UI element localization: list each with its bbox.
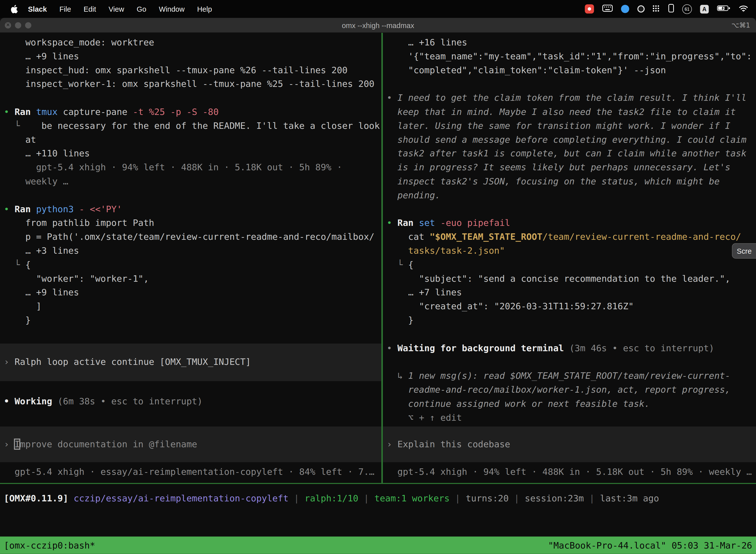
input-source-icon[interactable]: A: [700, 4, 709, 13]
terminal-line: [0, 327, 381, 341]
terminal-line: gpt-5.4 xhigh · essay/ai-reimplementatio…: [0, 465, 381, 479]
terminal-line: "created_at": "2026-03-31T11:59:27.816Z": [383, 299, 756, 314]
terminal-line: at: [0, 133, 381, 147]
terminal-line: [0, 381, 381, 395]
screen-recording-icon[interactable]: [585, 4, 594, 13]
terminal-line: inspect_worker-1: omx sparkshell --tmux-…: [0, 77, 381, 91]
terminal-line: readme-and-reco/mailbox/worker-1.json, a…: [383, 383, 756, 397]
prompt-input[interactable]: › Improve documentation in @filename: [0, 427, 381, 462]
terminal-line: … +7 lines: [383, 286, 756, 299]
terminal-line: gpt-5.4 xhigh · 94% left · 488K in · 5.1…: [383, 465, 756, 479]
apple-menu-icon[interactable]: [11, 4, 18, 13]
left-terminal-pane[interactable]: workspace_mode: worktree … +9 lines insp…: [0, 33, 381, 483]
terminal-line: • I need to get the claim token from the…: [383, 91, 756, 105]
terminal-line: }: [0, 314, 381, 327]
tmux-session-label: [omx-cczip0:bash*: [4, 540, 95, 550]
window-title: omx --xhigh --madmax: [0, 21, 756, 29]
tmux-status-bar: [omx-cczip0:bash* "MacBook-Pro-44.local"…: [0, 537, 756, 554]
traffic-lights: ✕: [5, 18, 31, 32]
menu-window[interactable]: Window: [152, 5, 191, 13]
screen-toast[interactable]: Scre: [732, 243, 756, 259]
terminal-line: [0, 91, 381, 105]
menu-bar-left: Slack File Edit View Go Window Help: [0, 4, 218, 13]
terminal-line: [0, 189, 381, 203]
terminal-line: ↳ 1 new msg(s): read $OMX_TEAM_STATE_ROO…: [383, 369, 756, 383]
battery-icon[interactable]: [717, 5, 731, 13]
menu-file[interactable]: File: [53, 5, 77, 13]
dots-grid-icon[interactable]: [653, 5, 660, 12]
terminal-line: … +9 lines: [0, 286, 381, 299]
tmux-host-clock: "MacBook-Pro-44.local" 05:03 31-Mar-26: [548, 540, 752, 550]
terminal-line: … +9 lines: [0, 50, 381, 63]
terminal-line: [383, 77, 756, 91]
terminal-line: ⌥ + ↑ edit: [383, 411, 756, 425]
terminal-line: [383, 327, 756, 341]
terminal-line: … +110 lines: [0, 147, 381, 161]
terminal-line: "completed","claim_token":"claim-token"}…: [383, 63, 756, 77]
terminal-line: keep that in mind. Maybe I also need the…: [383, 105, 756, 119]
prompt-suggestion[interactable]: › Explain this codebase: [383, 427, 756, 462]
battery-percent-badge[interactable]: 61: [682, 4, 692, 14]
terminal-line: • Waiting for background terminal (3m 46…: [383, 341, 756, 355]
terminal-line: "subject": "send a concise recommendatio…: [383, 272, 756, 286]
screen-toast-label: Scre: [737, 247, 752, 255]
terminal-line: task2 after task1 is complete, but can I…: [383, 147, 756, 161]
terminal-line: └ be necessary for the end of the README…: [0, 119, 381, 133]
terminal-line: • Working (6m 38s • esc to interrupt): [0, 395, 381, 409]
pane-bottom-border: [0, 483, 756, 484]
terminal-line: └ {: [383, 258, 756, 272]
terminal-line: [383, 203, 756, 216]
terminal-line: p = Path('.omx/state/team/review-current…: [0, 230, 381, 244]
terminal-line: • Ran set -euo pipefail: [383, 216, 756, 230]
minimize-button[interactable]: [15, 22, 21, 28]
screen: Slack File Edit View Go Window Help 61 A: [0, 0, 756, 554]
terminal-line: '{"team_name":"my-team","task_id":"1","f…: [383, 50, 756, 63]
terminal-line: cat "$OMX_TEAM_STATE_ROOT/team/review-cu…: [383, 230, 756, 244]
ralph-loop-banner[interactable]: › Ralph loop active continue [OMX_TMUX_I…: [0, 343, 381, 381]
terminal-line: • Ran tmux capture-pane -t %25 -p -S -80: [0, 105, 381, 119]
terminal-line: from pathlib import Path: [0, 216, 381, 230]
phone-mirroring-icon[interactable]: [668, 4, 674, 14]
omx-status-line: [OMX#0.11.9] cczip/essay/ai-reimplementa…: [0, 492, 756, 506]
menu-view[interactable]: View: [103, 5, 130, 13]
terminal-line: inspect_hud: omx sparkshell --tmux-pane …: [0, 63, 381, 77]
terminal-line: • Ran python3 - <<'PY': [0, 203, 381, 216]
close-button[interactable]: ✕: [5, 22, 11, 28]
terminal-line: └ {: [0, 258, 381, 272]
menu-app-name[interactable]: Slack: [21, 5, 53, 13]
menu-help[interactable]: Help: [191, 5, 218, 13]
terminal-line: is in progress? It seems likely but perh…: [383, 161, 756, 175]
terminal-line: workspace_mode: worktree: [0, 36, 381, 50]
terminal-line: pending.: [383, 189, 756, 203]
terminal-panes: workspace_mode: worktree … +9 lines insp…: [0, 33, 756, 483]
window-titlebar[interactable]: ✕ omx --xhigh --madmax ⌥⌘1: [0, 18, 756, 33]
app-status-icon[interactable]: [621, 5, 629, 13]
terminal-line: … +3 lines: [0, 244, 381, 258]
terminal-line: continue assigned work or next feasible …: [383, 397, 756, 411]
menu-bar-status-icons: 61 A: [585, 4, 756, 14]
terminal-line: [383, 355, 756, 369]
terminal-line: should send a message before completing …: [383, 133, 756, 147]
terminal-line: ]: [0, 299, 381, 314]
menu-go[interactable]: Go: [130, 5, 152, 13]
keyboard-icon[interactable]: [602, 4, 613, 13]
window-shortcut-hint: ⌥⌘1: [732, 21, 750, 29]
terminal-line: weekly …: [0, 175, 381, 189]
terminal-line: tasks/task-2.json": [383, 244, 756, 258]
terminal-line: }: [383, 314, 756, 327]
right-terminal-pane[interactable]: … +16 lines '{"team_name":"my-team","tas…: [383, 33, 756, 483]
menu-bar: Slack File Edit View Go Window Help 61 A: [0, 0, 756, 18]
terminal-line: inspect task2's JSON, focusing on the st…: [383, 175, 756, 189]
wifi-icon[interactable]: [739, 4, 748, 13]
zoom-button[interactable]: [25, 22, 31, 28]
terminal-line: gpt-5.4 xhigh · 94% left · 488K in · 5.1…: [0, 161, 381, 175]
terminal-line: later. Using the same for transition mig…: [383, 119, 756, 133]
terminal-line: … +16 lines: [383, 36, 756, 50]
terminal-line: "worker": "worker-1",: [0, 272, 381, 286]
menu-edit[interactable]: Edit: [77, 5, 103, 13]
record-ring-icon[interactable]: [637, 5, 645, 12]
